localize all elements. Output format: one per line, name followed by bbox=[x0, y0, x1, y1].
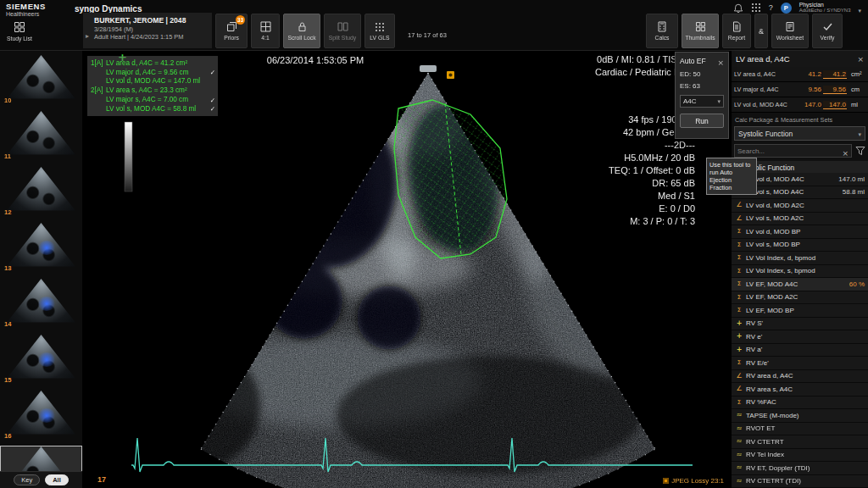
measurement-item[interactable]: LV vol d, MOD A2C bbox=[732, 199, 868, 213]
measurement-item[interactable]: LV Vol Index, d, bpmod bbox=[732, 252, 868, 265]
result-value-edit[interactable]: 9.56 bbox=[823, 86, 847, 94]
study-list-icon bbox=[14, 21, 25, 33]
search-input[interactable] bbox=[737, 147, 842, 155]
apps-grid-icon[interactable] bbox=[751, 3, 761, 13]
measurement-type-icon bbox=[734, 268, 744, 274]
result-row[interactable]: LV area d, A4C 41.2 41.2 cm² bbox=[732, 67, 868, 82]
split-study-icon bbox=[337, 21, 348, 32]
measurement-item[interactable]: LV vol d, MOD BP bbox=[732, 225, 868, 239]
thumbnail[interactable]: 15 bbox=[0, 334, 82, 386]
study-list-button[interactable]: Study List bbox=[2, 14, 37, 48]
measurement-item-label: LV EF, MOD BP bbox=[746, 307, 863, 314]
measurement-item[interactable]: RV ET, Doppler (TDI) bbox=[732, 462, 868, 475]
result-unit: cm bbox=[849, 86, 865, 93]
measurement-item[interactable]: RV area d, A4C bbox=[732, 370, 868, 384]
help-icon[interactable]: ? bbox=[769, 3, 773, 12]
result-value: 41.2 bbox=[800, 70, 821, 78]
auto-ef-es: ES: 63 bbox=[680, 82, 724, 90]
measurement-set-value: Systolic Function bbox=[738, 130, 793, 138]
measurement-item[interactable]: RV Tei Index bbox=[732, 449, 868, 463]
auto-ef-view-dropdown[interactable]: A4C bbox=[680, 95, 724, 108]
measurement-type-icon bbox=[734, 241, 744, 248]
measurement-item[interactable]: LV EF, MOD A2C bbox=[732, 291, 868, 305]
measurement-check-icon bbox=[208, 96, 215, 104]
thumbnail[interactable]: 13 bbox=[0, 222, 82, 274]
split-study-button[interactable]: Split Study bbox=[324, 14, 361, 48]
measurement-item-label: RV ET, Doppler (TDI) bbox=[746, 464, 863, 472]
priors-button[interactable]: 33 Priors bbox=[215, 14, 248, 48]
panel-close-icon[interactable] bbox=[857, 54, 864, 64]
thumbnail[interactable]: 11 bbox=[0, 110, 82, 163]
auto-ef-close-icon[interactable] bbox=[717, 53, 724, 69]
info-line: DR: 65 dB bbox=[609, 177, 695, 190]
measurement-item[interactable]: RV e' bbox=[732, 330, 868, 344]
orientation-marker bbox=[447, 71, 454, 79]
measurement-type-icon bbox=[734, 254, 744, 261]
thumbnail[interactable]: 14 bbox=[0, 278, 82, 330]
patient-study: Adult Heart | 4/24/2023 1:15 PM bbox=[94, 33, 209, 41]
calc-package-label: Calc Package & Measurement Sets bbox=[732, 113, 868, 125]
result-label: LV area d, A4C bbox=[734, 70, 798, 78]
worksheet-button[interactable]: Worksheet bbox=[771, 14, 809, 48]
scroll-lock-button[interactable]: Scroll Lock bbox=[283, 14, 320, 48]
measurement-item[interactable]: LV vol s, MOD A2C bbox=[732, 213, 868, 226]
calcs-button[interactable]: Calcs bbox=[646, 14, 678, 48]
measurement-item[interactable]: RV %FAC bbox=[732, 396, 868, 410]
result-row[interactable]: LV vol d, MOD A4C 147.0 147.0 ml bbox=[732, 97, 868, 113]
lv-gls-button[interactable]: LV GLS bbox=[364, 14, 395, 48]
result-value-edit[interactable]: 147.0 bbox=[823, 101, 847, 109]
measurement-set-dropdown[interactable]: Systolic Function bbox=[734, 126, 865, 141]
measurement-type-icon bbox=[734, 359, 744, 366]
thumbnail[interactable]: 12 bbox=[0, 166, 82, 219]
patient-expander-icon[interactable] bbox=[86, 25, 89, 42]
measurement-item[interactable]: RV area s, A4C bbox=[732, 383, 868, 396]
user-menu-chevron-icon[interactable] bbox=[858, 0, 861, 16]
info-line: TEQ: 1 / Offset: 0 dB bbox=[609, 164, 695, 177]
measurement-item[interactable]: RV S' bbox=[732, 318, 868, 331]
lv-gls-icon bbox=[375, 22, 385, 32]
report-button[interactable]: Report bbox=[722, 14, 751, 48]
info-line: H5.0MHz / 20 dB bbox=[609, 152, 695, 164]
measurement-item[interactable]: RV a' bbox=[732, 344, 868, 358]
filter-icon[interactable] bbox=[855, 146, 865, 156]
measurement-item[interactable]: RV CTETRT bbox=[732, 435, 868, 449]
measurement-item-label: RV area d, A4C bbox=[746, 372, 863, 380]
image-viewport[interactable]: 1[A] LV area d, A4C = 41.2 cm² LV major … bbox=[82, 51, 731, 488]
result-row[interactable]: LV major d, A4C 9.56 9.56 cm bbox=[732, 82, 868, 97]
measurement-item[interactable]: RVOT ET bbox=[732, 423, 868, 436]
doppler-color-overlay bbox=[37, 241, 56, 255]
measurement-item[interactable]: LV EF, MOD A4C 60 % bbox=[732, 278, 868, 291]
measurement-item[interactable]: LV Vol Index, s, bpmod bbox=[732, 265, 868, 279]
measurement-item[interactable]: RV E/e' bbox=[732, 357, 868, 370]
thumbnails-button[interactable]: Thumbnails bbox=[682, 14, 719, 48]
auto-ef-title: Auto EF bbox=[680, 57, 706, 65]
notifications-bell-icon[interactable] bbox=[733, 3, 743, 14]
layout-4-1-button[interactable]: 4:1 bbox=[251, 14, 280, 48]
measurement-text: LV major s, A4C = 7.00 cm bbox=[106, 96, 208, 103]
user-avatar[interactable]: P bbox=[781, 3, 792, 14]
thumbnail-image bbox=[5, 166, 78, 212]
thumbnail[interactable]: 16 bbox=[0, 390, 82, 442]
measurement-type-icon bbox=[734, 307, 744, 313]
verify-button[interactable]: Verify bbox=[812, 14, 843, 48]
measurement-item[interactable]: TAPSE (M-mode) bbox=[732, 409, 868, 423]
measurement-item[interactable]: LV vol s, MOD BP bbox=[732, 239, 868, 252]
measurement-item[interactable]: LV EF, MOD BP bbox=[732, 304, 868, 318]
measurement-type-icon bbox=[734, 228, 744, 235]
user-info[interactable]: Physician AdultEcho / SYNDYN3 bbox=[799, 2, 851, 14]
all-button[interactable]: All bbox=[45, 474, 69, 485]
measurement-item-label: LV vol s, MOD A4C bbox=[746, 188, 841, 196]
search-field[interactable] bbox=[734, 144, 852, 158]
patient-info[interactable]: BURKERT, JEROME | 2048 3/28/1954 (M) Adu… bbox=[83, 13, 212, 48]
thumbnail[interactable]: 17 bbox=[0, 446, 82, 471]
ampersand-button[interactable]: & bbox=[754, 14, 768, 48]
thumbnail-number: 12 bbox=[4, 208, 11, 216]
measurement-text: LV major d, A4C = 9.56 cm bbox=[106, 69, 208, 76]
result-value-edit[interactable]: 41.2 bbox=[823, 70, 847, 79]
clear-search-icon[interactable] bbox=[842, 143, 849, 159]
lv-gls-label: LV GLS bbox=[370, 35, 389, 41]
key-button[interactable]: Key bbox=[14, 474, 40, 485]
auto-ef-run-button[interactable]: Run bbox=[680, 114, 724, 128]
measurement-item[interactable]: RV CTETRT (TDI) bbox=[732, 475, 868, 488]
thumbnail[interactable]: 10 bbox=[0, 54, 82, 107]
